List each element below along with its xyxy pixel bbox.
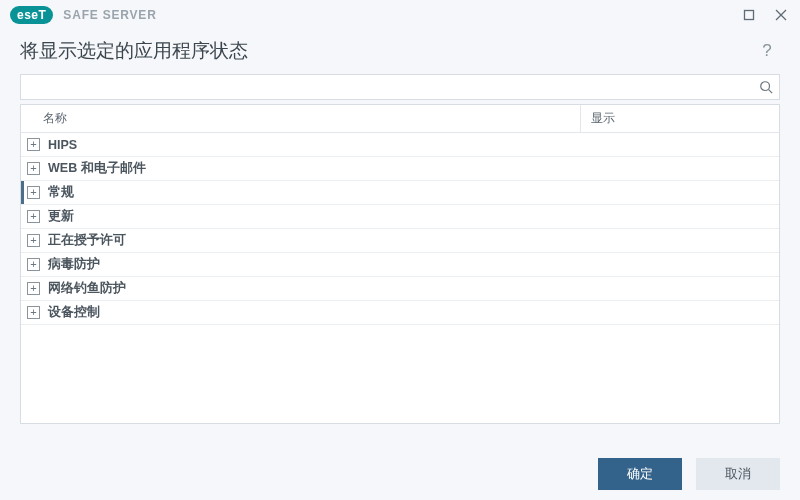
expand-icon[interactable]: + — [27, 234, 40, 247]
search-input[interactable] — [21, 75, 753, 99]
table-row[interactable]: +设备控制 — [21, 301, 779, 325]
table-row[interactable]: +更新 — [21, 205, 779, 229]
expand-icon[interactable]: + — [27, 306, 40, 319]
row-label: HIPS — [48, 138, 77, 152]
titlebar: eseT SAFE SERVER — [0, 0, 800, 30]
window-controls — [736, 3, 794, 27]
search-icon — [759, 80, 773, 94]
table-row[interactable]: +病毒防护 — [21, 253, 779, 277]
content: 名称 显示 +HIPS+WEB 和电子邮件+常规+更新+正在授予许可+病毒防护+… — [0, 74, 800, 424]
expand-icon[interactable]: + — [27, 210, 40, 223]
row-label: 更新 — [48, 208, 74, 225]
expand-icon[interactable]: + — [27, 138, 40, 151]
expand-icon[interactable]: + — [27, 186, 40, 199]
row-label: 网络钓鱼防护 — [48, 280, 126, 297]
table-row[interactable]: +正在授予许可 — [21, 229, 779, 253]
heading-row: 将显示选定的应用程序状态 ? — [0, 30, 800, 74]
row-label: 正在授予许可 — [48, 232, 126, 249]
search-row — [20, 74, 780, 100]
help-button[interactable]: ? — [756, 40, 778, 62]
table-header: 名称 显示 — [21, 105, 779, 133]
row-label: 设备控制 — [48, 304, 100, 321]
expand-icon[interactable]: + — [27, 258, 40, 271]
row-label: 病毒防护 — [48, 256, 100, 273]
window-maximize-button[interactable] — [736, 3, 762, 27]
svg-point-3 — [761, 82, 770, 91]
table-row[interactable]: +网络钓鱼防护 — [21, 277, 779, 301]
row-label: WEB 和电子邮件 — [48, 160, 146, 177]
row-label: 常规 — [48, 184, 74, 201]
page-title: 将显示选定的应用程序状态 — [20, 38, 248, 64]
table-row[interactable]: +常规 — [21, 181, 779, 205]
svg-rect-0 — [745, 11, 754, 20]
table-body: +HIPS+WEB 和电子邮件+常规+更新+正在授予许可+病毒防护+网络钓鱼防护… — [21, 133, 779, 423]
expand-icon[interactable]: + — [27, 282, 40, 295]
column-header-name[interactable]: 名称 — [21, 105, 581, 132]
svg-line-4 — [769, 90, 773, 94]
square-icon — [743, 9, 755, 21]
brand-badge: eseT — [10, 6, 53, 24]
brand-text: SAFE SERVER — [63, 8, 156, 22]
table-row[interactable]: +HIPS — [21, 133, 779, 157]
ok-button[interactable]: 确定 — [598, 458, 682, 490]
footer: 确定 取消 — [0, 448, 800, 500]
cancel-button[interactable]: 取消 — [696, 458, 780, 490]
status-table: 名称 显示 +HIPS+WEB 和电子邮件+常规+更新+正在授予许可+病毒防护+… — [20, 104, 780, 424]
expand-icon[interactable]: + — [27, 162, 40, 175]
search-button[interactable] — [753, 75, 779, 99]
table-row[interactable]: +WEB 和电子邮件 — [21, 157, 779, 181]
close-icon — [775, 9, 787, 21]
window-close-button[interactable] — [768, 3, 794, 27]
column-header-show[interactable]: 显示 — [581, 105, 779, 132]
